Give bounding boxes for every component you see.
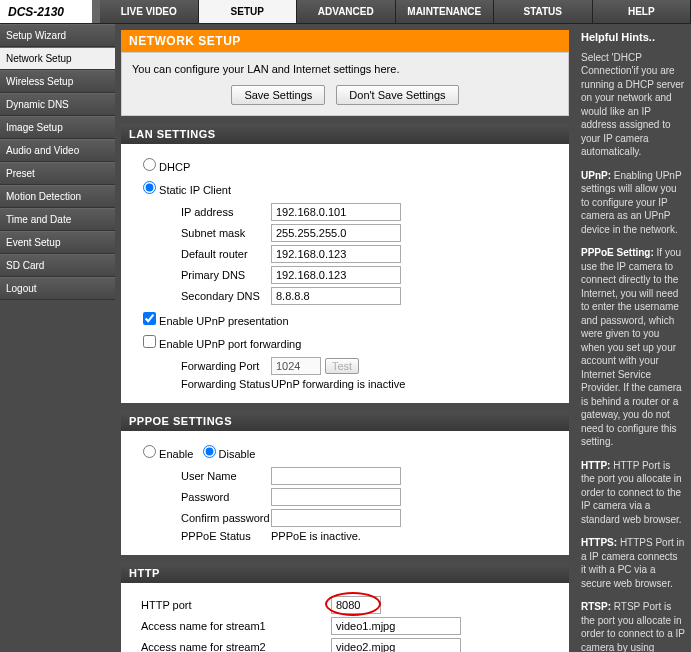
pppoe-title: PPPOE SETTINGS	[121, 411, 569, 431]
pppoe-status-value: PPPoE is inactive.	[271, 530, 361, 542]
upnp-port-fwd-checkbox[interactable]: Enable UPnP port forwarding	[143, 338, 301, 350]
sidebar-item-motion-detection[interactable]: Motion Detection	[0, 185, 115, 208]
tab-help[interactable]: HELP	[593, 0, 692, 23]
save-settings-button[interactable]: Save Settings	[231, 85, 325, 105]
tab-advanced[interactable]: ADVANCED	[297, 0, 396, 23]
sidebar-item-wireless-setup[interactable]: Wireless Setup	[0, 70, 115, 93]
hint-dhcp-body: if you are running a DHCP server on your…	[581, 65, 684, 157]
fwd-port-input	[271, 357, 321, 375]
subnet-label: Subnet mask	[131, 227, 271, 239]
network-setup-title: NETWORK SETUP	[121, 30, 569, 52]
sidebar: Setup Wizard Network Setup Wireless Setu…	[0, 24, 115, 652]
dont-save-settings-button[interactable]: Don't Save Settings	[336, 85, 458, 105]
pppoe-pass-label: Password	[131, 491, 271, 503]
http-port-input[interactable]	[331, 596, 381, 614]
http-port-label: HTTP port	[131, 599, 331, 611]
stream1-label: Access name for stream1	[131, 620, 331, 632]
test-button: Test	[325, 358, 359, 374]
pdns-input[interactable]	[271, 266, 401, 284]
fwd-port-label: Forwarding Port	[131, 360, 271, 372]
static-ip-radio[interactable]: Static IP Client	[143, 184, 231, 196]
pppoe-confirm-input[interactable]	[271, 509, 401, 527]
pppoe-disable-label: Disable	[219, 448, 256, 460]
sidebar-item-logout[interactable]: Logout	[0, 277, 115, 300]
router-input[interactable]	[271, 245, 401, 263]
device-model: DCS-2130	[0, 0, 100, 23]
upnp-presentation-checkbox[interactable]: Enable UPnP presentation	[143, 315, 289, 327]
sidebar-item-sd-card[interactable]: SD Card	[0, 254, 115, 277]
pppoe-confirm-label: Confirm password	[131, 512, 271, 524]
router-label: Default router	[131, 248, 271, 260]
sidebar-item-image-setup[interactable]: Image Setup	[0, 116, 115, 139]
subnet-input[interactable]	[271, 224, 401, 242]
stream2-input[interactable]	[331, 638, 461, 652]
http-title: HTTP	[121, 563, 569, 583]
tab-live-video[interactable]: LIVE VIDEO	[100, 0, 199, 23]
fwd-status-value: UPnP forwarding is inactive	[271, 378, 405, 390]
sidebar-item-preset[interactable]: Preset	[0, 162, 115, 185]
sidebar-item-time-date[interactable]: Time and Date	[0, 208, 115, 231]
static-label: Static IP Client	[159, 184, 231, 196]
sidebar-item-audio-video[interactable]: Audio and Video	[0, 139, 115, 162]
upnp-fwd-label: Enable UPnP port forwarding	[159, 338, 301, 350]
sidebar-item-dynamic-dns[interactable]: Dynamic DNS	[0, 93, 115, 116]
pppoe-pass-input[interactable]	[271, 488, 401, 506]
top-tabs: LIVE VIDEO SETUP ADVANCED MAINTENANCE ST…	[100, 0, 691, 23]
tab-status[interactable]: STATUS	[494, 0, 593, 23]
pdns-label: Primary DNS	[131, 269, 271, 281]
upnp-pres-label: Enable UPnP presentation	[159, 315, 288, 327]
sdns-label: Secondary DNS	[131, 290, 271, 302]
fwd-status-label: Forwarding Status	[131, 378, 271, 390]
hint-https-lead: HTTPS:	[581, 537, 617, 548]
sidebar-item-event-setup[interactable]: Event Setup	[0, 231, 115, 254]
tab-maintenance[interactable]: MAINTENANCE	[396, 0, 495, 23]
sidebar-item-network-setup[interactable]: Network Setup	[0, 47, 115, 70]
sidebar-item-setup-wizard[interactable]: Setup Wizard	[0, 24, 115, 47]
ip-label: IP address	[131, 206, 271, 218]
main-content: NETWORK SETUP You can configure your LAN…	[115, 24, 575, 652]
pppoe-disable-radio[interactable]: Disable	[203, 448, 256, 460]
dhcp-radio[interactable]: DHCP	[143, 161, 190, 173]
helpful-hints-panel: Helpful Hints.. Select 'DHCP Connection'…	[575, 24, 691, 652]
tab-setup[interactable]: SETUP	[199, 0, 298, 23]
stream1-input[interactable]	[331, 617, 461, 635]
sdns-input[interactable]	[271, 287, 401, 305]
hint-pppoe-body: If you use the IP camera to connect dire…	[581, 247, 682, 447]
hint-upnp-lead: UPnP:	[581, 170, 611, 181]
hint-pppoe-lead: PPPoE Setting:	[581, 247, 654, 258]
ip-input[interactable]	[271, 203, 401, 221]
hint-rtsp-lead: RTSP:	[581, 601, 611, 612]
hints-title: Helpful Hints..	[581, 30, 685, 45]
pppoe-status-label: PPPoE Status	[131, 530, 271, 542]
dhcp-label: DHCP	[159, 161, 190, 173]
pppoe-enable-radio[interactable]: Enable	[143, 448, 193, 460]
pppoe-user-label: User Name	[131, 470, 271, 482]
stream2-label: Access name for stream2	[131, 641, 331, 652]
lan-settings-title: LAN SETTINGS	[121, 124, 569, 144]
pppoe-user-input[interactable]	[271, 467, 401, 485]
hint-http-lead: HTTP:	[581, 460, 610, 471]
network-setup-desc: You can configure your LAN and Internet …	[132, 63, 558, 75]
pppoe-enable-label: Enable	[159, 448, 193, 460]
